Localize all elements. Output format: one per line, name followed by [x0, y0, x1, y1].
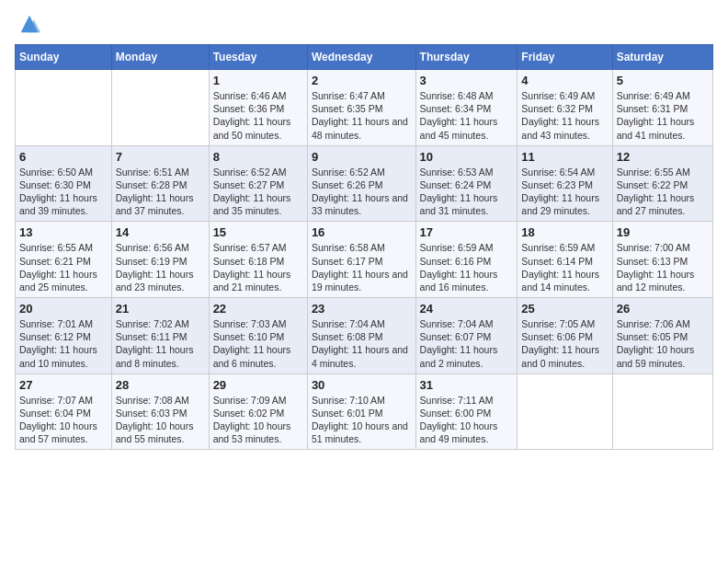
day-info: Sunrise: 6:57 AMSunset: 6:18 PMDaylight:… — [213, 241, 303, 293]
header-cell-wednesday: Wednesday — [307, 45, 415, 70]
day-cell: 5Sunrise: 6:49 AMSunset: 6:31 PMDaylight… — [612, 70, 712, 146]
header-cell-thursday: Thursday — [415, 45, 518, 70]
day-info: Sunrise: 7:10 AMSunset: 6:01 PMDaylight:… — [312, 394, 412, 446]
day-number: 29 — [213, 378, 303, 392]
day-number: 13 — [19, 225, 108, 239]
day-number: 7 — [116, 150, 205, 164]
day-number: 26 — [617, 302, 709, 316]
day-number: 24 — [420, 302, 514, 316]
day-number: 2 — [312, 74, 412, 87]
day-info: Sunrise: 6:47 AMSunset: 6:35 PMDaylight:… — [312, 89, 412, 142]
day-cell: 20Sunrise: 7:01 AMSunset: 6:12 PMDayligh… — [16, 298, 112, 374]
day-cell: 23Sunrise: 7:04 AMSunset: 6:08 PMDayligh… — [307, 298, 415, 374]
day-info: Sunrise: 6:49 AMSunset: 6:32 PMDaylight:… — [521, 89, 608, 142]
day-info: Sunrise: 7:03 AMSunset: 6:10 PMDaylight:… — [213, 317, 303, 370]
day-number: 22 — [213, 302, 303, 316]
day-number: 1 — [213, 74, 303, 87]
day-number: 18 — [521, 225, 608, 239]
day-cell: 8Sunrise: 6:52 AMSunset: 6:27 PMDaylight… — [209, 145, 307, 222]
day-number: 5 — [617, 74, 709, 87]
header-cell-tuesday: Tuesday — [209, 45, 307, 70]
day-info: Sunrise: 6:53 AMSunset: 6:24 PMDaylight:… — [420, 166, 514, 218]
day-cell: 26Sunrise: 7:06 AMSunset: 6:05 PMDayligh… — [612, 298, 712, 374]
day-number: 30 — [312, 378, 412, 392]
day-info: Sunrise: 6:55 AMSunset: 6:22 PMDaylight:… — [617, 166, 709, 218]
day-cell: 1Sunrise: 6:46 AMSunset: 6:36 PMDaylight… — [209, 70, 307, 146]
header-cell-monday: Monday — [111, 45, 209, 70]
day-cell: 6Sunrise: 6:50 AMSunset: 6:30 PMDaylight… — [16, 145, 112, 222]
day-number: 25 — [521, 302, 608, 316]
day-number: 28 — [116, 378, 205, 392]
day-cell: 15Sunrise: 6:57 AMSunset: 6:18 PMDayligh… — [209, 222, 307, 298]
day-info: Sunrise: 6:56 AMSunset: 6:19 PMDaylight:… — [116, 241, 205, 293]
day-number: 19 — [617, 225, 709, 239]
week-row-3: 13Sunrise: 6:55 AMSunset: 6:21 PMDayligh… — [16, 222, 713, 298]
day-info: Sunrise: 6:52 AMSunset: 6:26 PMDaylight:… — [312, 166, 412, 218]
day-number: 27 — [19, 378, 108, 392]
week-row-5: 27Sunrise: 7:07 AMSunset: 6:04 PMDayligh… — [16, 373, 713, 450]
week-row-4: 20Sunrise: 7:01 AMSunset: 6:12 PMDayligh… — [16, 298, 713, 374]
day-cell: 28Sunrise: 7:08 AMSunset: 6:03 PMDayligh… — [111, 373, 209, 450]
day-number: 23 — [312, 302, 412, 316]
day-cell: 31Sunrise: 7:11 AMSunset: 6:00 PMDayligh… — [415, 373, 518, 450]
week-row-1: 1Sunrise: 6:46 AMSunset: 6:36 PMDaylight… — [16, 70, 713, 146]
day-info: Sunrise: 7:07 AMSunset: 6:04 PMDaylight:… — [19, 394, 108, 446]
week-row-2: 6Sunrise: 6:50 AMSunset: 6:30 PMDaylight… — [16, 145, 713, 222]
day-cell: 9Sunrise: 6:52 AMSunset: 6:26 PMDaylight… — [307, 145, 415, 222]
day-cell: 22Sunrise: 7:03 AMSunset: 6:10 PMDayligh… — [209, 298, 307, 374]
day-number: 17 — [420, 225, 514, 239]
day-number: 4 — [521, 74, 608, 87]
day-info: Sunrise: 7:04 AMSunset: 6:08 PMDaylight:… — [312, 317, 412, 370]
logo-icon — [17, 11, 42, 37]
day-cell — [612, 373, 712, 450]
day-cell: 10Sunrise: 6:53 AMSunset: 6:24 PMDayligh… — [415, 145, 518, 222]
day-cell: 21Sunrise: 7:02 AMSunset: 6:11 PMDayligh… — [111, 298, 209, 374]
day-number: 10 — [420, 150, 514, 164]
day-cell: 7Sunrise: 6:51 AMSunset: 6:28 PMDaylight… — [111, 145, 209, 222]
day-info: Sunrise: 6:50 AMSunset: 6:30 PMDaylight:… — [19, 166, 108, 218]
header-cell-saturday: Saturday — [612, 45, 712, 70]
day-info: Sunrise: 7:06 AMSunset: 6:05 PMDaylight:… — [617, 317, 709, 370]
day-info: Sunrise: 6:51 AMSunset: 6:28 PMDaylight:… — [116, 166, 205, 218]
day-info: Sunrise: 6:59 AMSunset: 6:14 PMDaylight:… — [521, 241, 608, 293]
day-info: Sunrise: 7:08 AMSunset: 6:03 PMDaylight:… — [116, 394, 205, 446]
day-info: Sunrise: 6:55 AMSunset: 6:21 PMDaylight:… — [19, 241, 108, 293]
day-cell: 12Sunrise: 6:55 AMSunset: 6:22 PMDayligh… — [612, 145, 712, 222]
day-info: Sunrise: 7:04 AMSunset: 6:07 PMDaylight:… — [420, 317, 514, 370]
day-number: 6 — [19, 150, 108, 164]
day-number: 12 — [617, 150, 709, 164]
day-number: 14 — [116, 225, 205, 239]
day-info: Sunrise: 6:46 AMSunset: 6:36 PMDaylight:… — [213, 89, 303, 142]
day-info: Sunrise: 7:01 AMSunset: 6:12 PMDaylight:… — [19, 317, 108, 370]
day-cell: 17Sunrise: 6:59 AMSunset: 6:16 PMDayligh… — [415, 222, 518, 298]
day-number: 16 — [312, 225, 412, 239]
day-cell: 24Sunrise: 7:04 AMSunset: 6:07 PMDayligh… — [415, 298, 518, 374]
day-info: Sunrise: 6:59 AMSunset: 6:16 PMDaylight:… — [420, 241, 514, 293]
day-info: Sunrise: 6:48 AMSunset: 6:34 PMDaylight:… — [420, 89, 514, 142]
day-cell: 30Sunrise: 7:10 AMSunset: 6:01 PMDayligh… — [307, 373, 415, 450]
day-info: Sunrise: 6:58 AMSunset: 6:17 PMDaylight:… — [312, 241, 412, 293]
day-cell: 11Sunrise: 6:54 AMSunset: 6:23 PMDayligh… — [518, 145, 612, 222]
day-number: 21 — [116, 302, 205, 316]
day-number: 3 — [420, 74, 514, 87]
day-cell: 27Sunrise: 7:07 AMSunset: 6:04 PMDayligh… — [16, 373, 112, 450]
day-number: 11 — [521, 150, 608, 164]
day-cell — [518, 373, 612, 450]
day-cell: 18Sunrise: 6:59 AMSunset: 6:14 PMDayligh… — [518, 222, 612, 298]
day-info: Sunrise: 6:52 AMSunset: 6:27 PMDaylight:… — [213, 166, 303, 218]
day-number: 9 — [312, 150, 412, 164]
page-header — [15, 15, 713, 37]
logo — [15, 15, 42, 37]
day-info: Sunrise: 7:05 AMSunset: 6:06 PMDaylight:… — [521, 317, 608, 370]
day-number: 20 — [19, 302, 108, 316]
calendar-table: SundayMondayTuesdayWednesdayThursdayFrid… — [15, 44, 713, 450]
calendar-body: 1Sunrise: 6:46 AMSunset: 6:36 PMDaylight… — [16, 70, 713, 450]
day-info: Sunrise: 7:11 AMSunset: 6:00 PMDaylight:… — [420, 394, 514, 446]
day-number: 8 — [213, 150, 303, 164]
day-cell: 14Sunrise: 6:56 AMSunset: 6:19 PMDayligh… — [111, 222, 209, 298]
day-cell: 25Sunrise: 7:05 AMSunset: 6:06 PMDayligh… — [518, 298, 612, 374]
day-info: Sunrise: 7:00 AMSunset: 6:13 PMDaylight:… — [617, 241, 709, 293]
day-cell: 16Sunrise: 6:58 AMSunset: 6:17 PMDayligh… — [307, 222, 415, 298]
day-info: Sunrise: 6:54 AMSunset: 6:23 PMDaylight:… — [521, 166, 608, 218]
day-cell: 29Sunrise: 7:09 AMSunset: 6:02 PMDayligh… — [209, 373, 307, 450]
